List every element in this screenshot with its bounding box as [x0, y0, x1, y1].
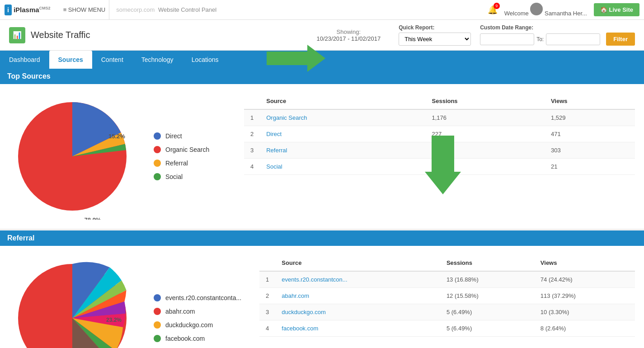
legend-label-facebook: facebook.com: [165, 335, 205, 342]
logo-text: iPlasmaCMS2: [14, 6, 51, 14]
sessions-cell: 12 (15.58%): [440, 288, 534, 304]
referral-title: Referral: [7, 234, 34, 242]
table-row: 4 facebook.com 5 (6.49%) 8 (2.64%): [259, 320, 635, 337]
site-title-text: Website Control Panel: [158, 6, 216, 13]
logo-sup: CMS2: [39, 6, 51, 10]
quick-report-label: Quick Report:: [399, 24, 471, 31]
views-cell: 471: [545, 126, 635, 142]
legend-item-organic: Organic Search: [154, 146, 226, 153]
sessions-cell: 227: [426, 126, 545, 142]
views-cell: 74 (24.42%): [534, 271, 635, 288]
source-cell[interactable]: Organic Search: [260, 109, 425, 126]
top-sources-table-wrapper: Source Sessions Views 1 Organic Search 1…: [244, 93, 635, 220]
table-row: 2 abahr.com 12 (15.58%) 113 (37.29%): [259, 288, 635, 304]
legend-item-facebook: facebook.com: [154, 335, 241, 342]
rank-cell: 3: [259, 304, 275, 320]
top-sources-legend: Direct Organic Search Referral Social: [154, 93, 226, 220]
showing-area: Showing: 10/23/2017 - 11/02/2017: [317, 28, 381, 42]
legend-label-direct: Direct: [165, 132, 182, 140]
date-range: 10/23/2017 - 11/02/2017: [317, 35, 381, 42]
legend-item-events: events.r20.constantconta...: [154, 294, 241, 301]
to-label: To:: [536, 36, 544, 42]
custom-date-inputs: To: Filter: [480, 33, 635, 46]
referral-table: Source Sessions Views 1 events.r20.const…: [259, 255, 635, 337]
filter-button[interactable]: Filter: [606, 33, 635, 46]
legend-dot-facebook: [154, 335, 161, 342]
live-site-button[interactable]: 🏠 Live Site: [594, 3, 639, 16]
legend-item-social: Social: [154, 173, 226, 180]
source-cell[interactable]: duckduckgo.com: [275, 304, 440, 320]
referral-col-source: Source: [275, 255, 440, 271]
legend-label-social: Social: [165, 173, 183, 180]
domain-text: somecorp.com: [116, 6, 155, 13]
page-header: 📊 Website Traffic Showing: 10/23/2017 - …: [0, 20, 644, 51]
tab-dashboard[interactable]: Dashboard: [0, 51, 49, 69]
svg-text:15.2%: 15.2%: [108, 133, 125, 140]
legend-item-referral: Referral: [154, 160, 226, 167]
tab-technology[interactable]: Technology: [132, 51, 183, 69]
table-row: 1 events.r20.constantcon... 13 (16.88%) …: [259, 271, 635, 288]
col-rank: [244, 93, 260, 109]
tab-locations[interactable]: Locations: [183, 51, 228, 69]
rank-cell: 2: [244, 126, 260, 142]
custom-date-from-input[interactable]: [480, 33, 534, 45]
source-cell[interactable]: Referral: [260, 142, 425, 159]
legend-label-abahr: abahr.com: [165, 308, 195, 315]
referral-col-sessions: Sessions: [440, 255, 534, 271]
views-cell: 8 (2.64%): [534, 320, 635, 337]
source-cell[interactable]: Direct: [260, 126, 425, 142]
legend-label-referral: Referral: [165, 160, 188, 167]
rank-cell: 1: [259, 271, 275, 288]
views-cell: 303: [545, 142, 635, 159]
table-row: 1 Organic Search 1,176 1,529: [244, 109, 635, 126]
source-cell[interactable]: abahr.com: [275, 288, 440, 304]
source-cell[interactable]: facebook.com: [275, 320, 440, 337]
legend-dot-events: [154, 294, 161, 301]
logo-box: i: [5, 5, 12, 15]
source-cell[interactable]: events.r20.constantcon...: [275, 271, 440, 288]
legend-dot-abahr: [154, 308, 161, 315]
rank-cell: 4: [259, 320, 275, 337]
rank-cell: 2: [259, 288, 275, 304]
sessions-cell: 77: [426, 142, 545, 159]
views-cell: 21: [545, 159, 635, 175]
legend-label-organic: Organic Search: [165, 146, 209, 153]
showing-label: Showing:: [317, 28, 381, 35]
tab-sources[interactable]: Sources: [49, 51, 92, 69]
logo-brand: iPlasma: [14, 6, 39, 14]
custom-date-label: Custom Date Range:: [480, 24, 635, 31]
quick-report-select[interactable]: This Week Last Week This Month Last Mont…: [399, 33, 471, 46]
quick-report-area: Quick Report: This Week Last Week This M…: [399, 24, 471, 46]
custom-date-area: Custom Date Range: To: Filter: [480, 24, 635, 46]
sessions-cell: 1,176: [426, 109, 545, 126]
svg-text:78.9%: 78.9%: [85, 216, 101, 220]
top-nav-right: 🔔 9 Welcome Samantha Her... 🏠 Live Site: [488, 3, 639, 17]
tab-content[interactable]: Content: [92, 51, 132, 69]
referral-pie-container: 23.2% 7.1%: [9, 255, 136, 348]
referral-col-rank: [259, 255, 275, 271]
page-title-area: 📊 Website Traffic: [9, 27, 299, 43]
legend-item-abahr: abahr.com: [154, 308, 241, 315]
legend-label-events: events.r20.constantconta...: [165, 294, 241, 301]
bell-icon[interactable]: 🔔 9: [488, 5, 498, 15]
legend-dot-direct: [154, 132, 161, 140]
views-cell: 1,529: [545, 109, 635, 126]
sessions-cell: 5 (6.49%): [440, 320, 534, 337]
source-cell[interactable]: Social: [260, 159, 425, 175]
sessions-cell: 11: [426, 159, 545, 175]
rank-cell: 4: [244, 159, 260, 175]
table-row: 2 Direct 227 471: [244, 126, 635, 142]
referral-legend: events.r20.constantconta... abahr.com du…: [154, 255, 241, 348]
main-wrapper: i iPlasmaCMS2 ≡ SHOW MENU somecorp.com W…: [0, 0, 644, 348]
page-title: Website Traffic: [31, 30, 90, 40]
bell-badge: 9: [494, 3, 500, 9]
site-title: somecorp.com Website Control Panel: [116, 6, 216, 13]
referral-content: 23.2% 7.1% events.r20.constantconta... a…: [0, 246, 644, 348]
top-nav: i iPlasmaCMS2 ≡ SHOW MENU somecorp.com W…: [0, 0, 644, 20]
legend-dot-duckduckgo: [154, 321, 161, 329]
top-sources-content: 78.9% 15.2% Direct Organic Search Referr…: [0, 84, 644, 229]
custom-date-to-input[interactable]: [546, 33, 600, 45]
show-menu-button[interactable]: ≡ SHOW MENU: [60, 0, 110, 20]
referral-col-views: Views: [534, 255, 635, 271]
top-sources-section: Top Sources 78.9%: [0, 69, 644, 229]
